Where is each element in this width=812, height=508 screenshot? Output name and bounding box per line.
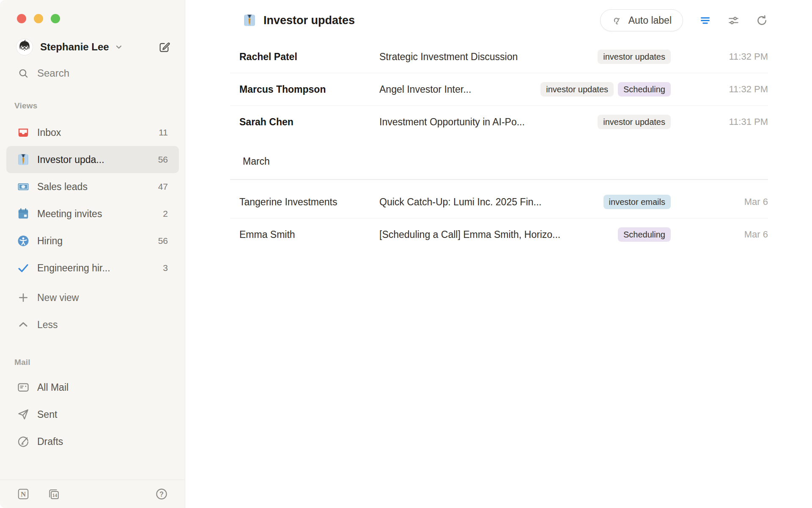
unread-count: 2 <box>163 209 168 219</box>
user-name: Stephanie Lee <box>40 41 109 53</box>
sidebar-item-inbox[interactable]: Inbox 11 <box>6 119 179 146</box>
label-tag[interactable]: investor updates <box>598 115 671 129</box>
mail-section-label: Mail <box>14 358 185 367</box>
display-options-icon[interactable] <box>727 14 740 27</box>
label-tag[interactable]: investor emails <box>604 195 671 209</box>
email-tags: investor emails <box>593 195 671 209</box>
email-group-march: March Tangerine Investments Quick Catch-… <box>185 138 812 251</box>
label-tag[interactable]: investor updates <box>540 82 614 97</box>
necktie-icon <box>243 14 256 27</box>
email-row[interactable]: Sarah Chen Investment Opportunity in AI-… <box>185 106 812 138</box>
chevron-up-icon <box>17 318 30 331</box>
new-view-button[interactable]: New view <box>6 284 179 311</box>
filter-icon[interactable] <box>699 14 711 27</box>
sidebar-item-label: Sent <box>37 409 57 420</box>
less-button[interactable]: Less <box>6 311 179 338</box>
mail-list-pane: Investor updates Auto label <box>185 0 812 508</box>
search-label: Search <box>37 67 69 79</box>
svg-text:14: 14 <box>52 492 57 498</box>
sidebar-item-meeting-invites[interactable]: Meeting invites 2 <box>6 200 179 227</box>
sidebar-item-label: Sales leads <box>37 181 88 193</box>
send-icon <box>17 408 30 421</box>
search-button[interactable]: Search <box>18 67 170 79</box>
mail-list: All Mail Sent Drafts <box>6 374 179 455</box>
views-list: Inbox 11 Investor upda... 56 <box>6 119 179 338</box>
views-section-label: Views <box>14 101 185 110</box>
email-time: 11:31 PM <box>671 116 768 127</box>
label-tag[interactable]: Scheduling <box>618 227 671 242</box>
label-tag[interactable]: investor updates <box>598 50 671 64</box>
search-icon <box>18 68 29 79</box>
email-subject: Strategic Investment Discussion <box>379 51 518 63</box>
email-time: Mar 6 <box>671 229 768 240</box>
svg-text:N: N <box>21 490 26 498</box>
email-time: 11:32 PM <box>671 51 768 62</box>
email-sender: Emma Smith <box>239 229 379 240</box>
sidebar-item-label: Drafts <box>37 436 63 447</box>
label-tag[interactable]: Scheduling <box>618 82 671 97</box>
page-title: Investor updates <box>263 14 355 27</box>
check-icon <box>17 262 30 274</box>
account-switcher[interactable]: Stephanie Lee <box>16 39 170 55</box>
sidebar-item-engineering-hiring[interactable]: Engineering hir... 3 <box>6 254 179 282</box>
email-sender: Rachel Patel <box>239 51 379 63</box>
sidebar-footer: N 14 ? <box>0 480 185 508</box>
compose-icon[interactable] <box>158 41 170 53</box>
help-icon[interactable]: ? <box>155 488 168 500</box>
sidebar-item-label: Investor upda... <box>37 154 104 166</box>
person-icon <box>17 235 30 247</box>
avatar <box>16 39 33 55</box>
email-row[interactable]: Tangerine Investments Quick Catch-Up: Lu… <box>185 186 812 218</box>
unread-count: 3 <box>163 263 168 273</box>
plus-icon <box>17 291 30 304</box>
sidebar: Stephanie Lee Search Views <box>0 0 185 508</box>
sidebar-item-drafts[interactable]: Drafts <box>6 428 179 455</box>
email-sender: Sarah Chen <box>239 116 379 128</box>
auto-label-icon <box>612 15 623 26</box>
sidebar-item-sent[interactable]: Sent <box>6 401 179 428</box>
less-label: Less <box>37 319 58 331</box>
notion-calendar-icon[interactable]: 14 <box>47 488 60 500</box>
email-row[interactable]: Marcus Thompson Angel Investor Inter... … <box>185 73 812 105</box>
email-subject: Quick Catch-Up: Lumi Inc. 2025 Fin... <box>379 196 542 208</box>
email-tags: investor updates <box>587 50 671 64</box>
notion-app-icon[interactable]: N <box>17 488 30 500</box>
sidebar-item-sales-leads[interactable]: Sales leads 47 <box>6 173 179 200</box>
svg-text:?: ? <box>159 491 164 498</box>
group-heading: March <box>185 138 812 179</box>
necktie-icon <box>17 153 30 166</box>
email-subject: Investment Opportunity in AI-Po... <box>379 116 525 128</box>
email-group-today: Rachel Patel Strategic Investment Discus… <box>185 41 812 138</box>
email-row[interactable]: Rachel Patel Strategic Investment Discus… <box>185 41 812 73</box>
money-icon <box>17 180 30 193</box>
drafts-icon <box>17 435 30 448</box>
unread-count: 47 <box>158 182 168 192</box>
email-tags: investor updates <box>587 115 671 129</box>
sidebar-item-label: Inbox <box>37 127 61 138</box>
sidebar-item-hiring[interactable]: Hiring 56 <box>6 227 179 254</box>
email-time: 11:32 PM <box>671 84 768 95</box>
refresh-icon[interactable] <box>756 14 768 27</box>
email-subject: Angel Investor Inter... <box>379 84 471 95</box>
close-window-button[interactable] <box>17 14 26 23</box>
email-time: Mar 6 <box>671 196 768 207</box>
app-window: Stephanie Lee Search Views <box>0 0 812 508</box>
sidebar-item-label: Engineering hir... <box>37 262 110 274</box>
auto-label-button-label: Auto label <box>628 15 672 26</box>
email-subject: [Scheduling a Call] Emma Smith, Horizo..… <box>379 229 560 240</box>
sidebar-item-investor-updates[interactable]: Investor upda... 56 <box>6 146 179 173</box>
window-controls <box>0 0 185 23</box>
email-tags: Scheduling <box>608 227 671 242</box>
email-row[interactable]: Emma Smith [Scheduling a Call] Emma Smit… <box>185 218 812 251</box>
auto-label-button[interactable]: Auto label <box>600 9 683 31</box>
zoom-window-button[interactable] <box>51 14 60 23</box>
sidebar-item-label: Hiring <box>37 235 63 247</box>
minimize-window-button[interactable] <box>34 14 43 23</box>
sidebar-item-label: All Mail <box>37 382 69 393</box>
email-sender: Marcus Thompson <box>239 84 379 95</box>
all-mail-icon <box>17 381 30 394</box>
unread-count: 56 <box>158 236 168 246</box>
sidebar-item-all-mail[interactable]: All Mail <box>6 374 179 401</box>
unread-count: 56 <box>158 155 168 165</box>
header-actions: Auto label <box>600 9 768 31</box>
